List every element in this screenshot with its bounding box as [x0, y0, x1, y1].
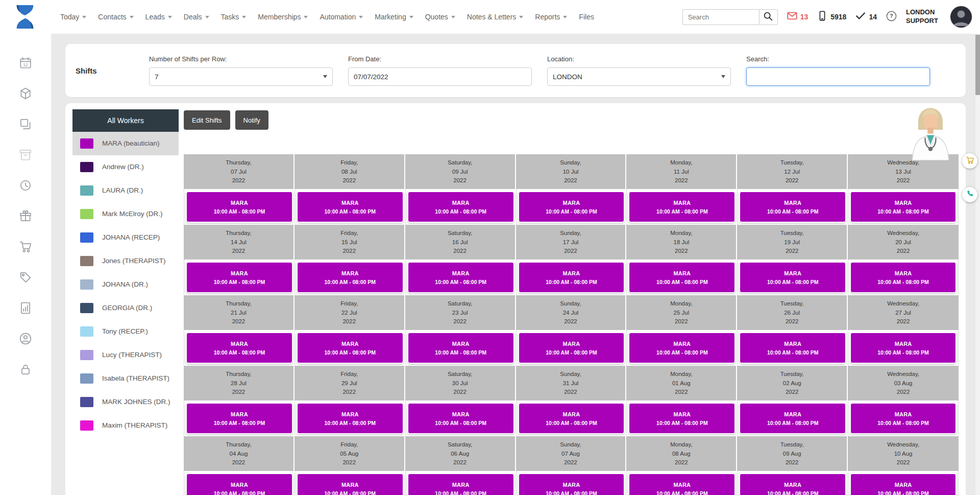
- worker-row[interactable]: MARA (beautician): [72, 132, 179, 155]
- shift-chip[interactable]: MARA10:00 AM - 08:00 PM: [628, 191, 736, 223]
- nav-item-automation[interactable]: Automation: [320, 13, 363, 21]
- shift-chip[interactable]: MARA10:00 AM - 08:00 PM: [518, 332, 625, 364]
- edit-shifts-button[interactable]: Edit Shifts: [184, 110, 230, 130]
- task-indicator[interactable]: 14: [855, 10, 877, 23]
- shift-chip[interactable]: MARA10:00 AM - 08:00 PM: [518, 191, 625, 223]
- nav-item-leads[interactable]: Leads: [145, 13, 172, 21]
- history-icon[interactable]: [19, 179, 32, 192]
- shift-chip[interactable]: MARA10:00 AM - 08:00 PM: [518, 473, 625, 495]
- shift-chip[interactable]: MARA10:00 AM - 08:00 PM: [297, 191, 404, 223]
- report-icon[interactable]: [19, 301, 32, 315]
- package-icon[interactable]: [19, 87, 32, 100]
- shift-chip[interactable]: MARA10:00 AM - 08:00 PM: [850, 403, 957, 434]
- shift-chip[interactable]: MARA10:00 AM - 08:00 PM: [739, 262, 846, 293]
- shift-chip[interactable]: MARA10:00 AM - 08:00 PM: [850, 191, 957, 223]
- nav-item-today[interactable]: Today: [60, 13, 86, 21]
- nav-item-tasks[interactable]: Tasks: [221, 13, 247, 21]
- app-logo[interactable]: [13, 4, 37, 30]
- shift-chip[interactable]: MARA10:00 AM - 08:00 PM: [407, 403, 514, 434]
- shift-chip[interactable]: MARA10:00 AM - 08:00 PM: [850, 473, 957, 495]
- help-icon[interactable]: ?: [886, 10, 897, 24]
- nav-item-reports[interactable]: Reports: [535, 13, 567, 21]
- shift-chip[interactable]: MARA10:00 AM - 08:00 PM: [407, 191, 514, 223]
- search-button[interactable]: [759, 9, 778, 25]
- nav-item-files[interactable]: Files: [579, 13, 594, 21]
- mail-indicator[interactable]: 13: [787, 10, 808, 23]
- tag-icon[interactable]: [19, 271, 32, 284]
- nav-item-notes-letters[interactable]: Notes & Letters: [467, 13, 524, 21]
- shift-worker-name: MARA: [408, 341, 513, 347]
- shift-chip[interactable]: MARA10:00 AM - 08:00 PM: [739, 191, 846, 223]
- day-header-dow: Sunday,: [516, 370, 626, 378]
- shift-time: 10:00 AM - 08:00 PM: [187, 349, 292, 356]
- shift-chip[interactable]: MARA10:00 AM - 08:00 PM: [628, 403, 736, 434]
- from-date-input[interactable]: [348, 67, 532, 86]
- day-header-year: 2022: [626, 459, 736, 466]
- shift-chip[interactable]: MARA10:00 AM - 08:00 PM: [739, 403, 846, 434]
- scrollbar-thumb[interactable]: [975, 35, 980, 95]
- shift-chip[interactable]: MARA10:00 AM - 08:00 PM: [628, 332, 736, 364]
- worker-row[interactable]: Isabela (THERAPIST): [72, 367, 179, 390]
- shift-chip[interactable]: MARA10:00 AM - 08:00 PM: [186, 403, 293, 434]
- shift-chip[interactable]: MARA10:00 AM - 08:00 PM: [186, 191, 293, 223]
- shift-chip[interactable]: MARA10:00 AM - 08:00 PM: [628, 473, 736, 495]
- shift-chip[interactable]: MARA10:00 AM - 08:00 PM: [186, 473, 293, 495]
- shift-chip[interactable]: MARA10:00 AM - 08:00 PM: [297, 403, 404, 434]
- support-icon[interactable]: [19, 332, 32, 345]
- shift-chip[interactable]: MARA10:00 AM - 08:00 PM: [186, 262, 293, 293]
- global-search-input[interactable]: [682, 9, 759, 25]
- chevron-down-icon: [721, 75, 725, 78]
- cart-gold-icon: [966, 156, 974, 167]
- nav-item-memberships[interactable]: Memberships: [258, 13, 308, 21]
- floating-cart-button[interactable]: [962, 153, 977, 169]
- worker-row[interactable]: MARK JOHNES (DR.): [72, 390, 179, 414]
- nav-item-contacts[interactable]: Contacts: [98, 13, 133, 21]
- gift-icon[interactable]: [19, 209, 32, 223]
- shift-chip[interactable]: MARA10:00 AM - 08:00 PM: [739, 473, 846, 495]
- calendar-icon[interactable]: 12: [19, 56, 32, 69]
- shift-chip[interactable]: MARA10:00 AM - 08:00 PM: [850, 262, 957, 293]
- shift-chip[interactable]: MARA10:00 AM - 08:00 PM: [518, 403, 625, 434]
- all-workers-button[interactable]: All Workers: [72, 109, 179, 132]
- shift-time: 10:00 AM - 08:00 PM: [187, 420, 292, 426]
- lock-icon[interactable]: [19, 363, 32, 376]
- notify-button[interactable]: Notify: [235, 110, 268, 130]
- shift-chip[interactable]: MARA10:00 AM - 08:00 PM: [628, 262, 736, 293]
- shift-chip[interactable]: MARA10:00 AM - 08:00 PM: [297, 332, 404, 364]
- shift-chip[interactable]: MARA10:00 AM - 08:00 PM: [739, 332, 846, 364]
- shift-chip[interactable]: MARA10:00 AM - 08:00 PM: [850, 332, 957, 364]
- shift-chip[interactable]: MARA10:00 AM - 08:00 PM: [407, 262, 514, 293]
- shifts-per-row-select[interactable]: 7: [149, 67, 333, 86]
- day-header-date: 05 Aug: [295, 450, 404, 457]
- day-header-date: 28 Jul: [184, 380, 293, 387]
- copy-icon[interactable]: [19, 117, 32, 131]
- nav-item-label: Leads: [145, 13, 165, 21]
- nav-item-deals[interactable]: Deals: [184, 13, 209, 21]
- worker-row[interactable]: Lucy (THERAPIST): [72, 343, 179, 367]
- cart-icon[interactable]: [19, 240, 32, 253]
- shift-chip[interactable]: MARA10:00 AM - 08:00 PM: [407, 332, 514, 364]
- floating-phone-button[interactable]: [962, 187, 977, 202]
- worker-row[interactable]: LAURA (DR.): [72, 179, 179, 202]
- shift-chip[interactable]: MARA10:00 AM - 08:00 PM: [407, 473, 514, 495]
- page-scrollbar[interactable]: [975, 34, 980, 495]
- worker-row[interactable]: JOHANA (RECEP): [72, 226, 179, 249]
- worker-row[interactable]: GEORGIA (DR.): [72, 296, 179, 320]
- shift-chip[interactable]: MARA10:00 AM - 08:00 PM: [518, 262, 625, 293]
- user-avatar[interactable]: [950, 6, 972, 28]
- worker-row[interactable]: Maxim (THERAPIST): [72, 414, 179, 437]
- phone-indicator[interactable]: 5918: [817, 10, 846, 23]
- worker-row[interactable]: Andrew (DR.): [72, 155, 179, 179]
- nav-item-marketing[interactable]: Marketing: [375, 13, 413, 21]
- shift-search-input[interactable]: [746, 67, 930, 86]
- shift-chip[interactable]: MARA10:00 AM - 08:00 PM: [297, 262, 404, 293]
- location-select[interactable]: LONDON: [547, 67, 731, 86]
- worker-row[interactable]: Tony (RECEP.): [72, 320, 179, 343]
- worker-row[interactable]: Mark McElroy (DR.): [72, 202, 179, 226]
- shift-chip[interactable]: MARA10:00 AM - 08:00 PM: [186, 332, 293, 364]
- shift-chip[interactable]: MARA10:00 AM - 08:00 PM: [297, 473, 404, 495]
- worker-row[interactable]: JOHANA (DR.): [72, 273, 179, 296]
- nav-item-quotes[interactable]: Quotes: [425, 13, 455, 21]
- worker-row[interactable]: Jones (THERAPIST): [72, 249, 179, 273]
- archive-icon[interactable]: [19, 148, 32, 161]
